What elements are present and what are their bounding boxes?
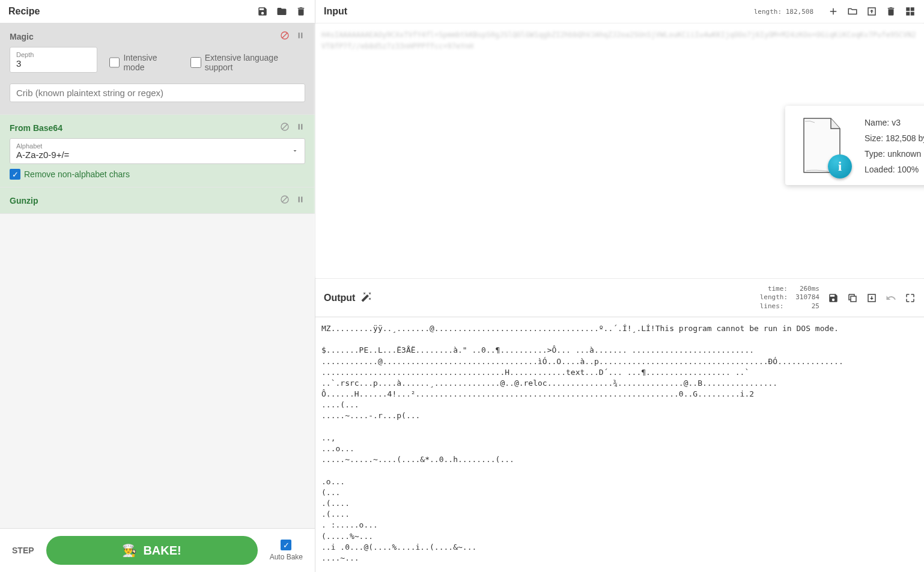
input-header: Input length: 182,508 <box>315 0 924 23</box>
depth-input[interactable] <box>16 58 91 68</box>
remove-non-alphabet-checkbox[interactable]: ✓ Remove non-alphabet chars <box>10 169 305 180</box>
operation-gunzip: Gunzip <box>0 187 315 214</box>
output-stats: time: 260ms length: 310784 lines: 25 <box>760 285 819 311</box>
operation-from-base64: From Base64 Alphabet ✓ Remove non-alphab… <box>0 115 315 187</box>
info-badge-icon: i <box>828 154 852 178</box>
replace-input-icon[interactable] <box>866 293 877 303</box>
save-output-icon[interactable] <box>828 293 839 303</box>
disable-op-icon[interactable] <box>280 122 290 133</box>
svg-rect-11 <box>301 196 302 202</box>
clear-recipe-icon[interactable] <box>296 6 306 17</box>
alphabet-select[interactable]: Alphabet <box>10 138 305 164</box>
op-base64-title: From Base64 <box>10 123 62 133</box>
crib-field[interactable] <box>10 84 305 102</box>
open-file-icon[interactable] <box>866 6 877 17</box>
step-button[interactable]: STEP <box>12 546 34 555</box>
checkbox-checked-icon: ✓ <box>10 169 20 180</box>
file-type-row: Type: unknown <box>865 149 924 159</box>
recipe-panel: Recipe Magic Depth <box>0 0 315 572</box>
recipe-title: Recipe <box>8 6 40 17</box>
op-gunzip-title: Gunzip <box>10 196 38 205</box>
svg-line-1 <box>282 33 287 38</box>
pause-op-icon[interactable] <box>296 122 305 133</box>
op-magic-title: Magic <box>10 32 34 41</box>
svg-rect-3 <box>301 32 302 38</box>
svg-rect-2 <box>299 32 300 38</box>
pause-op-icon[interactable] <box>296 195 305 206</box>
file-name-row: Name: v3 <box>865 118 924 127</box>
magic-wand-icon[interactable] <box>361 291 372 305</box>
save-recipe-icon[interactable] <box>257 6 268 17</box>
file-size-row: Size: 182,508 bytes <box>865 133 924 143</box>
output-title: Output <box>324 293 355 303</box>
svg-rect-7 <box>301 124 302 129</box>
file-loaded-row: Loaded: 100% <box>865 165 924 174</box>
svg-rect-12 <box>906 7 910 11</box>
svg-rect-13 <box>911 7 914 11</box>
operation-magic: Magic Depth Intensive mode <box>0 23 315 115</box>
output-header: Output time: 260ms length: 310784 lines:… <box>315 278 924 317</box>
svg-rect-10 <box>299 196 300 202</box>
svg-line-9 <box>282 197 287 202</box>
copy-output-icon[interactable] <box>847 293 858 303</box>
intensive-mode-checkbox[interactable]: Intensive mode <box>109 53 178 72</box>
auto-bake-checkbox[interactable]: ✓ <box>281 540 291 550</box>
depth-field[interactable]: Depth <box>10 47 97 73</box>
input-length: length: 182,508 <box>754 8 813 16</box>
disable-op-icon[interactable] <box>280 195 290 206</box>
crib-input[interactable] <box>16 88 299 98</box>
bake-button[interactable]: 👨‍🍳 BAKE! <box>46 536 258 565</box>
undo-icon[interactable] <box>886 293 896 303</box>
clear-input-icon[interactable] <box>886 6 896 17</box>
svg-line-5 <box>282 124 287 129</box>
recipe-bottom-bar: STEP 👨‍🍳 BAKE! ✓ Auto Bake <box>0 528 315 572</box>
file-thumbnail: i <box>795 115 855 175</box>
reset-layout-icon[interactable] <box>905 6 916 17</box>
chef-icon: 👨‍🍳 <box>122 543 137 558</box>
alphabet-input[interactable] <box>16 150 299 160</box>
output-text[interactable]: MZ.........ÿÿ..¸.......@................… <box>315 317 924 572</box>
open-folder-icon[interactable] <box>847 6 858 17</box>
load-recipe-icon[interactable] <box>276 6 287 17</box>
file-info-popover: × i Name: v3 Size: 182,508 bytes Type: u… <box>785 106 924 185</box>
svg-rect-14 <box>906 12 910 16</box>
svg-rect-6 <box>299 124 300 129</box>
ext-lang-checkbox[interactable]: Extensive language support <box>190 53 305 72</box>
pause-op-icon[interactable] <box>296 31 305 42</box>
add-input-icon[interactable] <box>828 6 839 17</box>
disable-op-icon[interactable] <box>280 31 290 42</box>
svg-rect-15 <box>911 12 914 16</box>
auto-bake-label: Auto Bake <box>270 553 303 561</box>
maximize-icon[interactable] <box>905 293 916 303</box>
input-title: Input <box>324 6 347 17</box>
recipe-header: Recipe <box>0 0 315 23</box>
